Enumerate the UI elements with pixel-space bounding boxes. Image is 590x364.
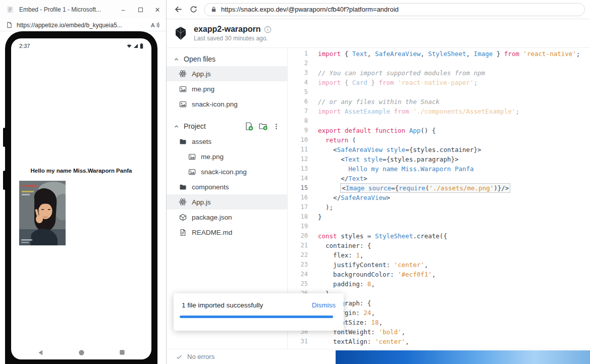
- line-number: 5: [288, 87, 308, 97]
- project-list: assetsme.pngsnack-icon.pngcomponentsApp.…: [167, 134, 287, 240]
- code-line-4[interactable]: 4import { Card } from 'react-native-pape…: [288, 78, 590, 87]
- dismiss-button[interactable]: Dismiss: [312, 301, 336, 309]
- new-file-icon[interactable]: [244, 122, 253, 131]
- hello-text: Hello my name Miss.Waraporn Panfa: [11, 168, 151, 174]
- profile-photo: SYNNEX: [19, 181, 66, 245]
- code-line-17[interactable]: 17 );: [288, 202, 590, 212]
- code-line-24[interactable]: 24 backgroundColor: '#ecf0f1',: [288, 270, 590, 279]
- code-line-10[interactable]: 10 return (: [288, 135, 590, 145]
- open-files-header[interactable]: Open files: [167, 52, 287, 66]
- project-header[interactable]: Project: [167, 119, 287, 134]
- phone-status-icons: [127, 43, 143, 49]
- refresh-icon[interactable]: [189, 5, 198, 14]
- line-number: 20: [288, 231, 308, 241]
- line-number: 13: [288, 164, 308, 174]
- file-snack-icon-png[interactable]: snack-icon.png: [167, 164, 287, 179]
- nav-back-icon[interactable]: [37, 349, 44, 356]
- code-line-12[interactable]: 12 <Text style={styles.paragraph}>: [288, 154, 590, 164]
- new-folder-icon[interactable]: [258, 122, 267, 131]
- code-line-15[interactable]: 15 <Image source={require('./assets/me.p…: [288, 183, 590, 193]
- code-line-19[interactable]: 19: [288, 222, 590, 231]
- file-readme-md[interactable]: README.md: [167, 225, 287, 240]
- code-line-18[interactable]: 18}: [288, 212, 590, 222]
- snack-browser-window: https://snack.expo.dev/@pwaraporn/cfb40f…: [167, 0, 590, 364]
- file-package-json[interactable]: package.json: [167, 210, 287, 225]
- file-me-png[interactable]: me.png: [167, 149, 287, 164]
- code-line-7[interactable]: 7import AssetExample from './components/…: [288, 107, 590, 116]
- code-line-2[interactable]: 2: [288, 59, 590, 68]
- code-line-25[interactable]: 25 padding: 8,: [288, 279, 590, 289]
- volume-down-button[interactable]: [3, 171, 6, 190]
- code-line-31[interactable]: 31 textAlign: 'center',: [288, 337, 590, 346]
- address-bar[interactable]: https://snack.expo.dev/@pwaraporn/cfb40f…: [204, 3, 585, 16]
- code-line-14[interactable]: 14 </Text>: [288, 174, 590, 183]
- line-number: 31: [288, 337, 308, 346]
- code-line-20[interactable]: 20const styles = StyleSheet.create({: [288, 231, 590, 241]
- code-text: // or any files within the Snack: [318, 97, 440, 107]
- code-line-13[interactable]: 13 Hello my name Miss.Waraporn Panfa: [288, 164, 590, 174]
- file-me-png[interactable]: me.png: [167, 81, 287, 96]
- read-aloud-icon[interactable]: A: [150, 21, 160, 29]
- project-label: Project: [184, 122, 206, 130]
- phone-status-bar: 2:37: [11, 38, 151, 49]
- snack-logo-icon[interactable]: [175, 26, 187, 40]
- screenshot-root: Embed - Profile 1 - Microsoft... – ✕ htt…: [0, 0, 590, 364]
- code-text: container: {: [318, 241, 371, 250]
- code-line-21[interactable]: 21 container: {: [288, 241, 590, 250]
- code-line-23[interactable]: 23 justifyContent: 'center',: [288, 260, 590, 270]
- file-app-js[interactable]: App.js: [167, 66, 287, 81]
- code-text: export default function App() {: [318, 126, 436, 135]
- kebab-menu-icon[interactable]: [273, 123, 280, 130]
- file-assets[interactable]: assets: [167, 134, 287, 149]
- code-line-8[interactable]: 8: [288, 116, 590, 126]
- line-number: 7: [288, 107, 308, 116]
- edge-window: Embed - Profile 1 - Microsoft... – ✕ htt…: [0, 0, 167, 364]
- nav-home-icon[interactable]: [78, 349, 85, 356]
- toast-message: 1 file imported successfully: [182, 301, 263, 309]
- line-number: 9: [288, 126, 308, 135]
- maximize-button[interactable]: [132, 0, 149, 19]
- code-line-5[interactable]: 5: [288, 87, 590, 97]
- package-icon: [179, 213, 187, 221]
- code-line-6[interactable]: 6// or any files within the Snack: [288, 97, 590, 107]
- code-line-1[interactable]: 1import { Text, SafeAreaView, StyleSheet…: [288, 49, 590, 59]
- code-line-11[interactable]: 11 <SafeAreaView style={styles.container…: [288, 145, 590, 154]
- signal-icon: [133, 43, 138, 48]
- phone-screen[interactable]: 2:37 Hello my name Miss.Waraporn Panfa: [11, 38, 151, 359]
- file-label: snack-icon.png: [192, 100, 238, 108]
- code-line-9[interactable]: 9export default function App() {: [288, 126, 590, 135]
- file-components[interactable]: components: [167, 179, 287, 194]
- minimize-button[interactable]: –: [115, 0, 132, 19]
- app-content: Hello my name Miss.Waraporn Panfa SYNNEX: [11, 38, 151, 359]
- line-number: 10: [288, 135, 308, 145]
- nav-recents-icon[interactable]: [119, 349, 125, 355]
- close-button[interactable]: ✕: [149, 0, 166, 19]
- file-app-js[interactable]: App.js: [167, 194, 287, 210]
- folder-icon: [179, 183, 187, 191]
- photo-logo-text: SYNNEX: [22, 184, 37, 188]
- back-icon[interactable]: [174, 5, 183, 14]
- file-label: App.js: [192, 70, 211, 78]
- snack-header: exapp2-waraporn Last saved 30 minutes ag…: [167, 19, 590, 48]
- open-files-label: Open files: [184, 55, 216, 63]
- line-number: 2: [288, 59, 308, 68]
- code-line-16[interactable]: 16 </SafeAreaView>: [288, 193, 590, 202]
- edge-window-title: Embed - Profile 1 - Microsoft...: [19, 6, 115, 13]
- code-text: <Text style={styles.paragraph}>: [318, 154, 458, 164]
- code-line-3[interactable]: 3// You can import supported modules fro…: [288, 68, 590, 78]
- file-snack-icon-png[interactable]: snack-icon.png: [167, 96, 287, 112]
- edge-url-bar[interactable]: https://appetize.io/embed/b_kyqueia5... …: [0, 19, 166, 31]
- project-title: exapp2-waraporn: [194, 25, 260, 34]
- phone-clock: 2:37: [19, 43, 30, 49]
- volume-up-button[interactable]: [3, 128, 6, 147]
- line-number: 8: [288, 116, 308, 126]
- react-icon: [179, 70, 187, 78]
- code-line-22[interactable]: 22 flex: 1,: [288, 250, 590, 260]
- phone-frame: 2:37 Hello my name Miss.Waraporn Panfa: [5, 31, 157, 364]
- line-number: 21: [288, 241, 308, 250]
- code-text: textAlign: 'center',: [318, 337, 409, 346]
- lock-icon: [210, 6, 217, 13]
- code-text: backgroundColor: '#ecf0f1',: [318, 270, 436, 279]
- info-icon[interactable]: [264, 26, 272, 33]
- line-number: 6: [288, 97, 308, 107]
